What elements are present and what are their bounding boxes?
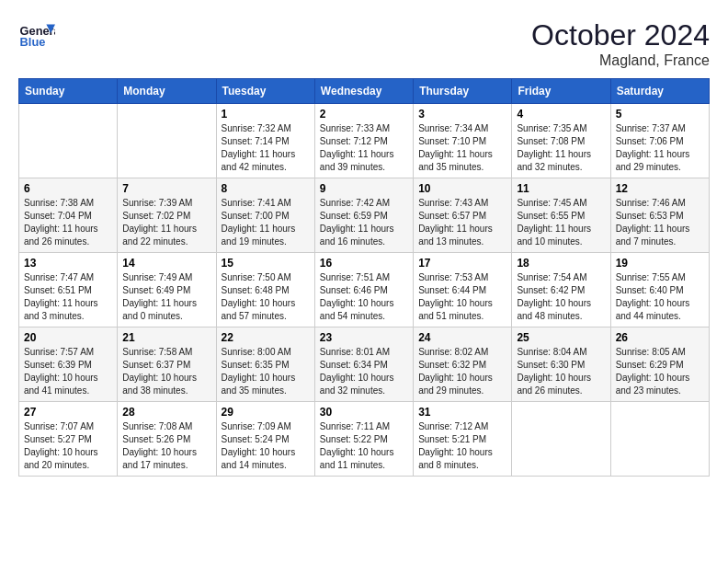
day-cell: 6Sunrise: 7:38 AM Sunset: 7:04 PM Daylig… [19, 178, 118, 253]
day-info: Sunrise: 7:43 AM Sunset: 6:57 PM Dayligh… [418, 197, 506, 248]
day-cell: 2Sunrise: 7:33 AM Sunset: 7:12 PM Daylig… [314, 104, 413, 178]
day-cell: 9Sunrise: 7:42 AM Sunset: 6:59 PM Daylig… [314, 178, 413, 253]
day-cell: 3Sunrise: 7:34 AM Sunset: 7:10 PM Daylig… [414, 104, 512, 178]
day-cell [118, 104, 216, 178]
day-cell: 20Sunrise: 7:57 AM Sunset: 6:39 PM Dayli… [19, 327, 118, 402]
day-info: Sunrise: 7:32 AM Sunset: 7:14 PM Dayligh… [222, 122, 310, 174]
day-number: 31 [418, 406, 506, 419]
svg-text:Blue: Blue [20, 35, 46, 49]
day-number: 3 [418, 108, 506, 121]
week-row-4: 20Sunrise: 7:57 AM Sunset: 6:39 PM Dayli… [19, 327, 710, 402]
day-number: 13 [24, 257, 112, 270]
day-cell: 14Sunrise: 7:49 AM Sunset: 6:49 PM Dayli… [118, 253, 216, 327]
day-cell: 4Sunrise: 7:35 AM Sunset: 7:08 PM Daylig… [512, 104, 610, 178]
day-cell: 22Sunrise: 8:00 AM Sunset: 6:35 PM Dayli… [216, 327, 314, 402]
day-cell: 18Sunrise: 7:54 AM Sunset: 6:42 PM Dayli… [512, 253, 610, 327]
week-row-2: 6Sunrise: 7:38 AM Sunset: 7:04 PM Daylig… [19, 178, 710, 253]
day-cell: 23Sunrise: 8:01 AM Sunset: 6:34 PM Dayli… [314, 327, 413, 402]
day-number: 25 [517, 331, 605, 344]
day-cell: 7Sunrise: 7:39 AM Sunset: 7:02 PM Daylig… [118, 178, 216, 253]
day-info: Sunrise: 7:57 AM Sunset: 6:39 PM Dayligh… [24, 346, 112, 397]
day-cell: 26Sunrise: 8:05 AM Sunset: 6:29 PM Dayli… [610, 327, 709, 402]
day-info: Sunrise: 7:47 AM Sunset: 6:51 PM Dayligh… [24, 271, 112, 323]
day-number: 8 [222, 182, 310, 195]
day-cell: 30Sunrise: 7:11 AM Sunset: 5:22 PM Dayli… [314, 402, 413, 477]
day-cell: 11Sunrise: 7:45 AM Sunset: 6:55 PM Dayli… [512, 178, 610, 253]
day-number: 27 [24, 406, 112, 419]
day-cell: 24Sunrise: 8:02 AM Sunset: 6:32 PM Dayli… [414, 327, 512, 402]
day-number: 20 [24, 331, 112, 344]
location: Magland, France [531, 52, 710, 69]
day-number: 14 [122, 257, 210, 270]
day-cell: 17Sunrise: 7:53 AM Sunset: 6:44 PM Dayli… [414, 253, 512, 327]
day-cell: 16Sunrise: 7:51 AM Sunset: 6:46 PM Dayli… [314, 253, 413, 327]
day-cell: 31Sunrise: 7:12 AM Sunset: 5:21 PM Dayli… [414, 402, 512, 477]
day-number: 30 [320, 406, 408, 419]
calendar-table: Sunday Monday Tuesday Wednesday Thursday… [18, 78, 710, 477]
day-number: 5 [616, 108, 704, 121]
month-title: October 2024 [531, 18, 710, 52]
day-cell [19, 104, 118, 178]
day-info: Sunrise: 7:38 AM Sunset: 7:04 PM Dayligh… [24, 197, 112, 248]
day-number: 18 [517, 257, 605, 270]
day-info: Sunrise: 7:58 AM Sunset: 6:37 PM Dayligh… [122, 346, 210, 397]
day-info: Sunrise: 8:01 AM Sunset: 6:34 PM Dayligh… [320, 346, 408, 397]
day-number: 9 [320, 182, 408, 195]
page-header: General Blue October 2024 Magland, Franc… [18, 18, 710, 69]
day-cell: 19Sunrise: 7:55 AM Sunset: 6:40 PM Dayli… [610, 253, 709, 327]
day-cell: 28Sunrise: 7:08 AM Sunset: 5:26 PM Dayli… [118, 402, 216, 477]
day-number: 24 [418, 331, 506, 344]
day-cell: 29Sunrise: 7:09 AM Sunset: 5:24 PM Dayli… [216, 402, 314, 477]
day-info: Sunrise: 7:37 AM Sunset: 7:06 PM Dayligh… [616, 122, 704, 174]
day-number: 23 [320, 331, 408, 344]
day-info: Sunrise: 7:39 AM Sunset: 7:02 PM Dayligh… [122, 197, 210, 248]
day-cell: 27Sunrise: 7:07 AM Sunset: 5:27 PM Dayli… [19, 402, 118, 477]
calendar-body: 1Sunrise: 7:32 AM Sunset: 7:14 PM Daylig… [19, 104, 710, 477]
day-info: Sunrise: 8:05 AM Sunset: 6:29 PM Dayligh… [616, 346, 704, 397]
col-friday: Friday [512, 79, 610, 104]
week-row-5: 27Sunrise: 7:07 AM Sunset: 5:27 PM Dayli… [19, 402, 710, 477]
day-number: 12 [616, 182, 704, 195]
day-cell: 13Sunrise: 7:47 AM Sunset: 6:51 PM Dayli… [19, 253, 118, 327]
day-info: Sunrise: 7:08 AM Sunset: 5:26 PM Dayligh… [122, 420, 210, 472]
day-number: 15 [222, 257, 310, 270]
day-number: 7 [122, 182, 210, 195]
day-cell: 10Sunrise: 7:43 AM Sunset: 6:57 PM Dayli… [414, 178, 512, 253]
day-info: Sunrise: 7:42 AM Sunset: 6:59 PM Dayligh… [320, 197, 408, 248]
day-info: Sunrise: 7:35 AM Sunset: 7:08 PM Dayligh… [517, 122, 605, 174]
logo-icon: General Blue [18, 18, 55, 55]
col-tuesday: Tuesday [216, 79, 314, 104]
day-cell [512, 402, 610, 477]
day-cell: 21Sunrise: 7:58 AM Sunset: 6:37 PM Dayli… [118, 327, 216, 402]
logo: General Blue [18, 18, 55, 55]
col-wednesday: Wednesday [314, 79, 413, 104]
day-number: 11 [517, 182, 605, 195]
day-info: Sunrise: 7:11 AM Sunset: 5:22 PM Dayligh… [320, 420, 408, 472]
day-number: 26 [616, 331, 704, 344]
col-monday: Monday [118, 79, 216, 104]
col-saturday: Saturday [610, 79, 709, 104]
day-info: Sunrise: 7:09 AM Sunset: 5:24 PM Dayligh… [222, 420, 310, 472]
day-info: Sunrise: 7:41 AM Sunset: 7:00 PM Dayligh… [222, 197, 310, 248]
day-info: Sunrise: 8:00 AM Sunset: 6:35 PM Dayligh… [222, 346, 310, 397]
day-cell: 1Sunrise: 7:32 AM Sunset: 7:14 PM Daylig… [216, 104, 314, 178]
day-info: Sunrise: 7:33 AM Sunset: 7:12 PM Dayligh… [320, 122, 408, 174]
day-info: Sunrise: 7:50 AM Sunset: 6:48 PM Dayligh… [222, 271, 310, 323]
day-info: Sunrise: 7:51 AM Sunset: 6:46 PM Dayligh… [320, 271, 408, 323]
day-cell: 25Sunrise: 8:04 AM Sunset: 6:30 PM Dayli… [512, 327, 610, 402]
day-cell: 8Sunrise: 7:41 AM Sunset: 7:00 PM Daylig… [216, 178, 314, 253]
col-sunday: Sunday [19, 79, 118, 104]
title-block: October 2024 Magland, France [531, 18, 710, 69]
day-info: Sunrise: 8:04 AM Sunset: 6:30 PM Dayligh… [517, 346, 605, 397]
day-number: 28 [122, 406, 210, 419]
week-row-3: 13Sunrise: 7:47 AM Sunset: 6:51 PM Dayli… [19, 253, 710, 327]
day-number: 21 [122, 331, 210, 344]
day-number: 16 [320, 257, 408, 270]
day-info: Sunrise: 7:12 AM Sunset: 5:21 PM Dayligh… [418, 420, 506, 472]
day-number: 6 [24, 182, 112, 195]
day-info: Sunrise: 7:49 AM Sunset: 6:49 PM Dayligh… [122, 271, 210, 323]
day-info: Sunrise: 7:54 AM Sunset: 6:42 PM Dayligh… [517, 271, 605, 323]
day-number: 2 [320, 108, 408, 121]
day-number: 17 [418, 257, 506, 270]
calendar-header: Sunday Monday Tuesday Wednesday Thursday… [19, 79, 710, 104]
